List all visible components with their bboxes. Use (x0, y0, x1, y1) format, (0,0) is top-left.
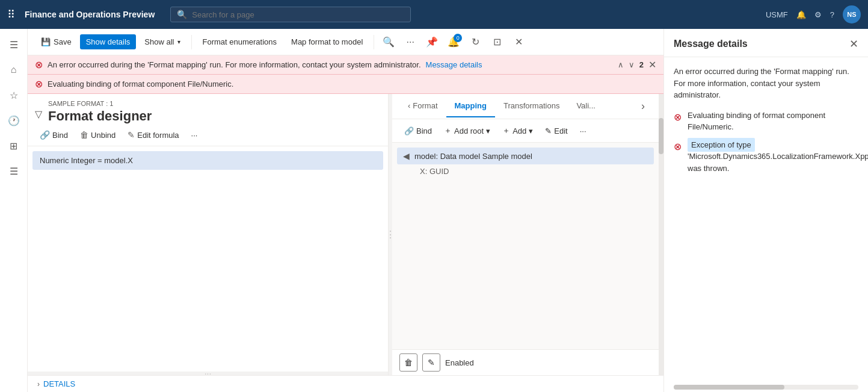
message-details-error-list: ⊗ Evaluating binding of format component… (664, 110, 868, 175)
message-scrollbar[interactable] (674, 385, 858, 390)
toolbar-separator-1 (191, 35, 192, 49)
edit-formula-button[interactable]: ✎ Edit formula (123, 128, 183, 142)
help-icon[interactable]: ? (830, 10, 834, 19)
error-banner-1: ⊗ An error occurred during the 'Format m… (28, 55, 663, 75)
message-details-description: An error occurred during the 'Format map… (664, 57, 868, 110)
error-prev-button[interactable]: ∧ (618, 60, 624, 69)
close-button[interactable]: ✕ (509, 33, 528, 52)
bind-icon: 🔗 (40, 130, 50, 140)
add-button[interactable]: ＋ Add ▾ (497, 123, 538, 138)
search-icon: 🔍 (177, 10, 187, 19)
pin-button[interactable]: 📌 (422, 33, 442, 52)
app-title: Finance and Operations Preview (25, 10, 155, 19)
add-root-dropdown-icon: ▾ (486, 126, 490, 135)
status-area: 🗑 ✎ Enabled (392, 349, 659, 375)
avatar[interactable]: NS (843, 5, 861, 23)
top-nav-bar: ⠿ Finance and Operations Preview 🔍 USMF … (0, 0, 868, 29)
mapping-bind-button[interactable]: 🔗 Bind (399, 124, 437, 138)
exception-highlight: Exception of type (688, 138, 755, 152)
designer-area: ▽ SAMPLE FORMAT : 1 Format designer 🔗 Bi… (28, 94, 663, 375)
more-options-button[interactable]: ··· (401, 33, 420, 52)
format-panel-header: SAMPLE FORMAT : 1 Format designer (48, 100, 152, 124)
alert-button[interactable]: 🔔 0 (444, 33, 463, 52)
message-error-text-2: Exception of type 'Microsoft.Dynamics365… (688, 139, 868, 175)
sidebar-item-home[interactable]: ⌂ (3, 59, 25, 81)
message-scrollbar-thumb[interactable] (674, 385, 784, 390)
message-error-icon-1: ⊗ (674, 110, 682, 125)
search-bar[interactable]: 🔍 (170, 7, 411, 22)
sidebar-item-workspaces[interactable]: ⊞ (3, 135, 25, 157)
main-container: ☰ ⌂ ☆ 🕐 ⊞ ☰ 💾 Save Show details Show all… (0, 29, 868, 392)
sidebar: ☰ ⌂ ☆ 🕐 ⊞ ☰ (0, 29, 28, 392)
sidebar-item-nav[interactable]: ☰ (3, 34, 25, 55)
details-label: DETAILS (43, 379, 75, 388)
message-details-close-button[interactable]: ✕ (849, 37, 858, 51)
format-list-item[interactable]: Numeric Integer = model.X (32, 151, 383, 170)
filter-icon[interactable]: ▽ (35, 108, 42, 120)
add-root-icon: ＋ (444, 125, 452, 136)
search-input[interactable] (192, 10, 404, 19)
tab-format-chevron: ‹ (408, 101, 410, 110)
edit-status-button[interactable]: ✎ (422, 353, 440, 372)
page-title: Format designer (48, 108, 152, 124)
message-details-panel: Message details ✕ An error occurred duri… (663, 29, 868, 392)
main-toolbar: 💾 Save Show details Show all ▾ Format en… (28, 29, 663, 55)
model-tree: ◀ model: Data model Sample model X: GUID (392, 143, 659, 349)
edit-icon: ✎ (545, 126, 552, 135)
edit-formula-icon: ✎ (128, 130, 135, 140)
tab-bar: ‹ Format Mapping Transformations Vali...… (392, 94, 659, 119)
error-banner-2: ⊗ Evaluating binding of format component… (28, 75, 663, 94)
show-all-dropdown-icon: ▾ (177, 39, 180, 45)
format-list: Numeric Integer = model.X (28, 146, 388, 372)
map-format-to-model-button[interactable]: Map format to model (285, 34, 369, 49)
tab-transformations[interactable]: Transformations (495, 95, 568, 117)
org-selector[interactable]: USMF (766, 10, 788, 19)
refresh-button[interactable]: ↻ (466, 33, 485, 52)
format-more-button[interactable]: ··· (186, 128, 203, 142)
waffle-icon[interactable]: ⠿ (7, 8, 15, 21)
mapping-bind-icon: 🔗 (404, 126, 414, 135)
search-button[interactable]: 🔍 (379, 33, 398, 52)
show-all-button[interactable]: Show all ▾ (138, 34, 186, 49)
tab-format[interactable]: ‹ Format (399, 95, 446, 117)
add-root-button[interactable]: ＋ Add root ▾ (439, 123, 495, 138)
format-enumerations-button[interactable]: Format enumerations (197, 34, 283, 49)
scrollbar-thumb[interactable] (659, 118, 663, 154)
message-details-header: Message details ✕ (664, 29, 868, 57)
top-nav-right: USMF 🔔 ⚙ ? NS (766, 5, 861, 23)
mapping-toolbar: 🔗 Bind ＋ Add root ▾ ＋ Add ▾ ✎ (392, 119, 659, 143)
message-error-item-2: ⊗ Exception of type 'Microsoft.Dynamics3… (674, 139, 858, 175)
sidebar-item-recent[interactable]: 🕐 (3, 110, 25, 131)
message-details-link[interactable]: Message details (426, 60, 482, 69)
tab-more-button[interactable]: › (635, 98, 651, 115)
details-bar[interactable]: › DETAILS (28, 375, 663, 392)
mapping-panel: ‹ Format Mapping Transformations Vali...… (392, 94, 659, 375)
add-icon: ＋ (502, 125, 510, 136)
external-link-button[interactable]: ⊡ (487, 33, 506, 52)
tab-mapping[interactable]: Mapping (446, 95, 495, 117)
status-text: Enabled (445, 358, 474, 367)
edit-button[interactable]: ✎ Edit (540, 124, 572, 138)
error-next-button[interactable]: ∨ (629, 60, 635, 69)
bind-button[interactable]: 🔗 Bind (35, 128, 73, 142)
tree-item-child[interactable]: X: GUID (414, 164, 654, 178)
tab-validation[interactable]: Vali... (568, 95, 604, 117)
delete-status-button[interactable]: 🗑 (399, 353, 417, 372)
vertical-scrollbar[interactable] (659, 94, 663, 375)
error-icon-1: ⊗ (35, 59, 43, 70)
settings-icon[interactable]: ⚙ (814, 10, 822, 19)
sidebar-item-modules[interactable]: ☰ (3, 160, 25, 182)
show-details-button[interactable]: Show details (80, 34, 137, 49)
bell-icon[interactable]: 🔔 (796, 10, 806, 19)
alert-badge: 0 (454, 34, 462, 42)
save-button[interactable]: 💾 Save (35, 34, 78, 49)
mapping-more-button[interactable]: ··· (575, 124, 591, 138)
message-error-rest: 'Microsoft.Dynamics365.LocalizationFrame… (688, 152, 868, 173)
breadcrumb: SAMPLE FORMAT : 1 (48, 100, 152, 107)
error-close-button[interactable]: ✕ (648, 59, 656, 70)
sidebar-item-favorites[interactable]: ☆ (3, 84, 25, 106)
tree-item-root[interactable]: ◀ model: Data model Sample model (397, 148, 654, 164)
unbind-button[interactable]: 🗑 Unbind (75, 128, 120, 142)
error-text-2: Evaluating binding of format component F… (48, 79, 233, 89)
unbind-icon: 🗑 (80, 130, 88, 140)
